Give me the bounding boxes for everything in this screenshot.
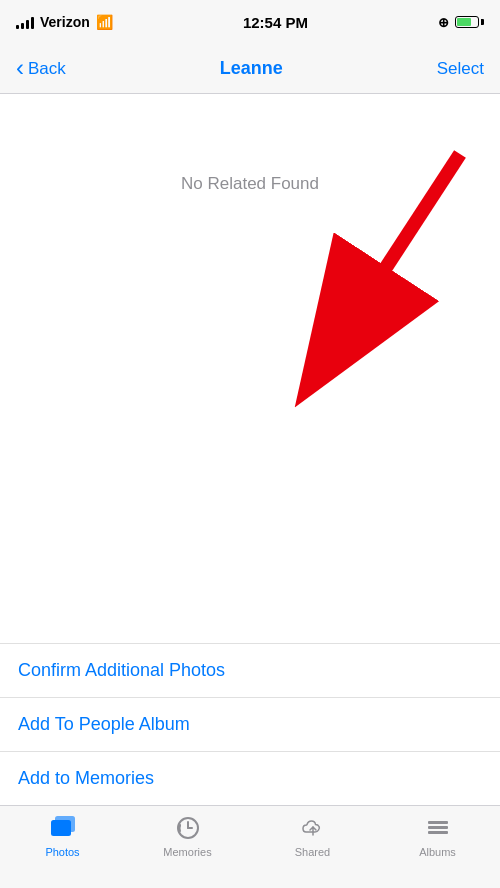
tab-memories[interactable]: Memories — [125, 814, 250, 858]
svg-rect-8 — [428, 826, 448, 829]
action-items-list: Confirm Additional Photos Add To People … — [0, 643, 500, 805]
photos-icon — [49, 814, 77, 842]
signal-bars-icon — [16, 15, 34, 29]
select-button[interactable]: Select — [437, 59, 484, 79]
screen-rotation-icon: ⊕ — [438, 15, 449, 30]
memories-tab-label: Memories — [163, 846, 211, 858]
tab-bar: Photos Memories Shared — [0, 805, 500, 888]
shared-tab-label: Shared — [295, 846, 330, 858]
albums-icon — [424, 814, 452, 842]
confirm-additional-photos-button[interactable]: Confirm Additional Photos — [0, 644, 500, 698]
tab-shared[interactable]: Shared — [250, 814, 375, 858]
albums-tab-label: Albums — [419, 846, 456, 858]
back-chevron-icon — [16, 56, 24, 81]
svg-rect-3 — [55, 816, 75, 832]
nav-title: Leanne — [220, 58, 283, 79]
add-to-people-album-button[interactable]: Add To People Album — [0, 698, 500, 752]
status-right: ⊕ — [438, 15, 484, 30]
svg-rect-9 — [428, 831, 448, 834]
status-bar: Verizon 📶 12:54 PM ⊕ — [0, 0, 500, 44]
red-arrow-annotation — [250, 144, 470, 424]
status-time: 12:54 PM — [243, 14, 308, 31]
svg-rect-7 — [428, 821, 448, 824]
back-label: Back — [28, 59, 66, 79]
shared-icon — [299, 814, 327, 842]
main-content: No Related Found Confirm Additional Phot… — [0, 94, 500, 805]
svg-line-1 — [310, 154, 460, 384]
nav-bar: Back Leanne Select — [0, 44, 500, 94]
status-left: Verizon 📶 — [16, 14, 113, 30]
memories-icon — [174, 814, 202, 842]
back-button[interactable]: Back — [16, 56, 66, 81]
wifi-icon: 📶 — [96, 14, 113, 30]
carrier-label: Verizon — [40, 14, 90, 30]
tab-albums[interactable]: Albums — [375, 814, 500, 858]
add-to-memories-button[interactable]: Add to Memories — [0, 752, 500, 805]
tab-photos[interactable]: Photos — [0, 814, 125, 858]
battery-indicator — [455, 16, 484, 28]
photos-tab-label: Photos — [45, 846, 79, 858]
